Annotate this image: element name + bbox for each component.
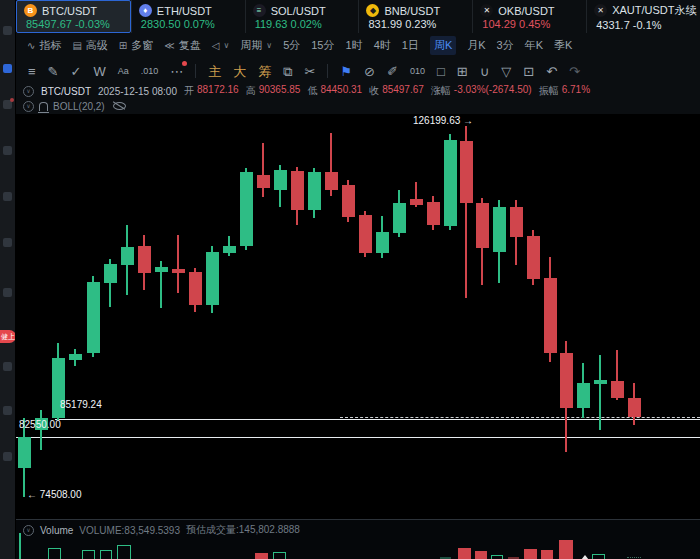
ohlc-value: 84450.31	[320, 84, 362, 98]
price-level-label-2: 82550.00	[19, 419, 61, 430]
ohlc-collapse-icon[interactable]: ∨	[23, 86, 34, 97]
ticker-tab-sol[interactable]: ≡SOL/USDT119.63 0.02%	[245, 0, 359, 33]
candle-body	[138, 246, 151, 273]
ohlc-pair: 开88172.16	[184, 84, 239, 98]
candle-body	[240, 172, 253, 246]
chips-chart-icon[interactable]: 筹	[258, 65, 271, 78]
draw-tool-icon[interactable]: ✎	[48, 65, 59, 78]
ticker-symbol: SOL/USDT	[271, 5, 326, 17]
period-button-1日[interactable]: 1日	[402, 38, 419, 53]
undo-icon[interactable]: ↶	[546, 65, 557, 78]
candle-body	[291, 171, 304, 210]
sidebar-icon-fragment	[3, 26, 12, 35]
tool-label: 复盘	[179, 38, 201, 53]
candle-body	[87, 282, 100, 353]
ohlc-label: 开	[184, 84, 194, 98]
ohlc-pair: 涨幅-3.03%(-2674.50)	[431, 84, 532, 98]
period-button-月K[interactable]: 月K	[467, 38, 485, 53]
indicators-button[interactable]: ∿指标	[27, 38, 61, 53]
replay-button[interactable]: ≪复盘	[164, 38, 200, 53]
trendline-tool-icon[interactable]: ✓	[71, 65, 82, 78]
ticker-price: 831.99 0.23%	[366, 18, 469, 30]
promo-badge[interactable]: 健上	[0, 330, 16, 343]
multi-window-button-icon: ⊞	[119, 40, 127, 51]
sound-dropdown[interactable]: ◁∨	[212, 40, 230, 51]
ticker-symbol: ETH/USDT	[157, 5, 212, 17]
candle-wick	[40, 410, 42, 450]
period-button-周K[interactable]: 周K	[430, 36, 456, 55]
volume-bar	[19, 533, 21, 559]
candle-body	[206, 252, 219, 305]
period-button-15分[interactable]: 15分	[311, 38, 334, 53]
period-button-3分[interactable]: 3分	[497, 38, 514, 53]
sidebar-icon-fragment	[3, 146, 12, 155]
magnet-tool-icon[interactable]: ∪	[480, 65, 490, 78]
filter-tool-icon[interactable]: ▽	[501, 65, 511, 78]
sidebar-icon-fragment	[3, 452, 12, 461]
period-button-4时[interactable]: 4时	[374, 38, 391, 53]
multi-window-button[interactable]: ⊞多窗	[119, 38, 153, 53]
candle-body	[155, 267, 168, 272]
candle-body	[308, 172, 321, 210]
toolbar-separator	[195, 64, 196, 78]
price-label-tool-icon[interactable]: 010	[410, 67, 425, 76]
volume-bar	[255, 553, 268, 559]
candle-body	[476, 203, 489, 248]
main-chart-icon[interactable]: 主	[208, 65, 221, 78]
volume-bar	[117, 545, 131, 559]
candle-wick	[177, 235, 179, 293]
pen-tool-icon[interactable]: ✐	[387, 65, 398, 78]
ohlc-datetime: 2025-12-15 08:00	[98, 86, 177, 97]
period-dropdown[interactable]: 周期∨	[240, 38, 272, 53]
bnb-coin-icon: ◆	[366, 4, 379, 17]
volume-pane[interactable]: ∨ Volume VOLUME:83,549.5393 预估成交量:145,80…	[16, 519, 700, 559]
ticker-tab-btc[interactable]: BBTC/USDT85497.67 -0.03%	[16, 0, 131, 33]
ticker-tab-eth[interactable]: ♦ETH/USDT2830.50 0.07%	[131, 0, 245, 33]
volume-bar	[48, 548, 61, 559]
bookmark-tool-icon[interactable]: ⚑	[340, 65, 352, 78]
trading-panel: 126199.63 → 85179.24 82550.00 ← 74508.00…	[16, 0, 700, 559]
period-button-年K[interactable]: 年K	[525, 38, 543, 53]
advanced-button[interactable]: ▤高级	[72, 38, 107, 53]
link-tool-icon[interactable]: ⊘	[364, 65, 375, 78]
copy-tool-icon[interactable]: ⧉	[283, 65, 292, 78]
sidebar-icon-fragment	[3, 406, 12, 415]
eye-off-icon[interactable]	[113, 102, 126, 110]
ohlc-label: 振幅	[539, 84, 559, 98]
ticker-tab-okb[interactable]: ✕OKB/USDT104.29 0.45%	[472, 0, 586, 33]
volume-collapse-icon[interactable]: ∨	[23, 525, 34, 536]
drawing-toolbar: ≡✎✓WAa.010⋯主大筹⧉✂⚑⊘✐010□⊞∪▽⊡↶↷	[16, 58, 700, 84]
ticker-tab-xaut[interactable]: ✕XAUT/USDT永续4331.7 -0.1%	[586, 0, 700, 33]
candle-body	[342, 185, 355, 217]
text-tool-icon[interactable]: Aa	[118, 67, 129, 76]
wave-tool-icon[interactable]: W	[93, 65, 105, 78]
note-tool-icon[interactable]: ⊞	[457, 65, 468, 78]
candle-wick	[599, 355, 601, 430]
volume-bar	[100, 550, 112, 559]
low-price-label: ← 74508.00	[27, 489, 82, 500]
large-chart-icon[interactable]: 大	[233, 65, 246, 78]
period-button-季K[interactable]: 季K	[554, 38, 572, 53]
sidebar-icon-fragment	[3, 238, 12, 247]
eth-coin-icon: ♦	[139, 4, 152, 17]
period-button-5分[interactable]: 5分	[283, 38, 300, 53]
candle-body	[121, 247, 134, 265]
period-bar: ∿指标▤高级⊞多窗≪复盘◁∨周期∨5分15分1时4时1日周K月K3分年K季K	[16, 33, 700, 58]
candle-body	[594, 380, 607, 384]
btc-coin-icon: B	[24, 4, 37, 17]
bell-icon[interactable]	[39, 102, 48, 111]
collapse-chevron-icon[interactable]: ∨	[23, 101, 34, 112]
rect-tool-icon[interactable]: □	[437, 65, 445, 78]
more-tools-icon[interactable]: ⋯	[170, 65, 183, 78]
ticker-tab-bnb[interactable]: ◆BNB/USDT831.99 0.23%	[358, 0, 472, 33]
cut-tool-icon[interactable]: ✂	[305, 65, 316, 78]
ticker-symbol: BTC/USDT	[42, 5, 97, 17]
candle-body	[444, 140, 457, 226]
ticker-name: ≡SOL/USDT	[253, 4, 356, 17]
xaut-coin-icon: ✕	[594, 4, 607, 17]
menu-icon[interactable]: ≡	[28, 65, 36, 78]
price-note-tool-icon[interactable]: .010	[141, 67, 159, 76]
period-button-1时[interactable]: 1时	[346, 38, 363, 53]
redo-icon[interactable]: ↷	[569, 65, 580, 78]
delete-tool-icon[interactable]: ⊡	[523, 65, 534, 78]
